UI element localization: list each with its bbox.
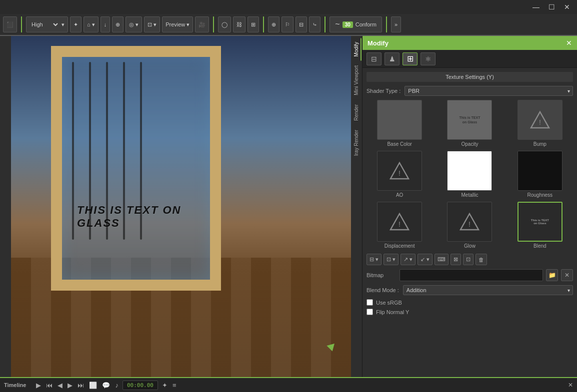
maximize-button[interactable]: ☐ [546, 2, 558, 12]
timeline-close-button[interactable]: ✕ [568, 382, 573, 389]
conform-button[interactable]: ~ 30 Conform [330, 16, 382, 32]
to-start-button[interactable]: ⏮ [45, 381, 54, 390]
frame-button[interactable]: ⊡ ▾ [144, 16, 160, 32]
tex-export-btn[interactable]: ↗ ▾ [400, 254, 416, 265]
mod-tab-atom[interactable]: ⚛ [420, 52, 436, 65]
mod-tab-person[interactable]: ♟ [384, 52, 400, 65]
glass-frame: THIS IS TEXT ON GLASS [51, 46, 221, 291]
timeline-settings-button[interactable]: ✦ [161, 381, 168, 390]
link-button[interactable]: ⤷ [309, 16, 320, 32]
keyboard-icon: ⌨ [438, 256, 446, 263]
next-frame-icon: ▶ [68, 382, 72, 389]
group-button[interactable]: ⊞ [248, 16, 259, 32]
flip-normal-label[interactable]: Flip Normal Y [376, 309, 409, 315]
table-button[interactable]: ⊟ [296, 16, 307, 32]
to-end-button[interactable]: ⏭ [76, 381, 85, 390]
glass-bar-1 [72, 62, 74, 240]
camera-spin-button[interactable]: ◎ ▾ [126, 16, 142, 32]
more-button[interactable]: » [391, 16, 401, 32]
shader-type-select[interactable]: PBR Plastic Metal Glass [404, 86, 573, 96]
table-icon: ⊟ [299, 21, 304, 28]
target-icon: ⊕ [272, 21, 276, 28]
screen-button[interactable]: ⬜ [88, 381, 98, 390]
use-srgb-label[interactable]: Use sRGB [376, 300, 402, 306]
chain-button[interactable]: ⛓ [233, 16, 246, 32]
checkers-icon: ⊞ [407, 54, 414, 63]
note-button[interactable]: ♪ [114, 381, 120, 390]
chat-icon: 💬 [102, 382, 110, 389]
prev-frame-button[interactable]: ◀ [56, 381, 64, 390]
close-button[interactable]: ✕ [561, 2, 573, 12]
group-icon: ⊞ [251, 21, 256, 28]
expand-icon: ⊠ [454, 256, 458, 263]
toolbar-sep-5 [386, 16, 387, 32]
timeline-menu-button[interactable]: ≡ [172, 381, 178, 390]
tex-export2-btn[interactable]: ↙ ▾ [418, 254, 432, 265]
tex-expand-btn[interactable]: ⊠ [450, 254, 461, 265]
blend-mode-row: Blend Mode : Normal Addition Multiply Sc… [366, 285, 573, 295]
texture-thumb-displacement[interactable]: ! [377, 202, 422, 242]
home-button[interactable]: ⌂ ▾ [84, 16, 98, 32]
conform-tilde-icon: ~ [335, 20, 340, 29]
texture-thumb-roughness[interactable] [518, 151, 562, 191]
tex-keyboard-btn[interactable]: ⌨ [434, 254, 448, 265]
next-frame-button[interactable]: ▶ [66, 381, 74, 390]
blend-mode-select[interactable]: Normal Addition Multiply Screen Overlay [403, 285, 573, 295]
preview-button[interactable]: Preview ▾ [162, 16, 193, 32]
tab-render[interactable]: Render [352, 100, 362, 125]
scene-button[interactable]: ⬛ [3, 16, 17, 32]
target-button[interactable]: ⊕ [268, 16, 280, 32]
texture-thumb-glow[interactable]: ! [447, 202, 492, 242]
texture-thumb-opacity[interactable]: This is TEXTon Glass [447, 100, 492, 140]
video-button[interactable]: 🎥 [195, 16, 209, 32]
viewport[interactable]: THIS IS TEXT ON GLASS [11, 36, 351, 377]
ao-label: AO [396, 192, 403, 198]
quality-arrow-icon: ▾ [62, 21, 64, 28]
timeline: Timeline ▶ ⏮ ◀ ▶ ⏭ ⬜ 💬 ♪ 00:00.00 ✦ ≡ [0, 377, 577, 392]
quality-select[interactable]: Low Medium High Ultra [30, 21, 60, 28]
svg-text:!: ! [398, 169, 400, 177]
crosshair-button[interactable]: ⊕ [112, 16, 124, 32]
shader-type-select-wrap: PBR Plastic Metal Glass [404, 86, 573, 96]
tab-mini-viewport[interactable]: Mini Viewport [352, 61, 362, 99]
more-icon: » [394, 21, 398, 27]
mod-tab-sliders[interactable]: ⊟ [366, 52, 382, 65]
tex-save-view2-btn[interactable]: ⊡ ▾ [384, 254, 398, 265]
use-srgb-checkbox[interactable] [366, 299, 373, 306]
texture-thumb-bump[interactable]: ! [518, 100, 562, 140]
flip-normal-checkbox[interactable] [366, 309, 373, 315]
down-arrow-button[interactable]: ↓ [100, 16, 110, 32]
modify-title: Modify [368, 39, 388, 47]
tex-shrink-btn[interactable]: ⊡ [463, 254, 474, 265]
mod-tab-checkers[interactable]: ⊞ [402, 52, 418, 65]
modify-close-button[interactable]: ✕ [566, 39, 572, 47]
quality-dropdown[interactable]: Low Medium High Ultra ▾ [26, 16, 68, 32]
sun-button[interactable]: ✦ [70, 16, 82, 32]
export2-arrow: ▾ [426, 256, 430, 263]
play-button[interactable]: ▶ [35, 381, 42, 390]
obj-button[interactable]: ◯ [218, 16, 231, 32]
base-color-label: Base Color [387, 141, 412, 147]
modify-header: Modify ✕ [362, 36, 577, 50]
bitmap-clear-btn[interactable]: ✕ [561, 269, 573, 281]
person-icon: ♟ [389, 55, 396, 63]
tex-delete-btn[interactable]: 🗑 [476, 254, 487, 265]
bitmap-browse-btn[interactable]: 📁 [546, 269, 558, 281]
chat-button[interactable]: 💬 [101, 381, 111, 390]
texture-thumb-ao[interactable]: ! [377, 151, 422, 191]
note-icon: ♪ [115, 382, 118, 389]
tex-save-view-btn[interactable]: ⊟ ▾ [366, 254, 382, 265]
screen-icon: ⬜ [89, 382, 97, 389]
flag-button[interactable]: ⚐ [282, 16, 294, 32]
texture-thumb-base-color[interactable] [377, 100, 422, 140]
titlebar: — ☐ ✕ [0, 0, 577, 14]
texture-grid: Base Color This is TEXTon Glass Opacity … [366, 100, 573, 249]
texture-cell-displacement: ! Displacement [366, 202, 432, 249]
texture-thumb-metallic[interactable] [447, 151, 492, 191]
minimize-button[interactable]: — [530, 2, 542, 12]
tab-iray-render[interactable]: Iray Render [352, 126, 362, 160]
texture-thumb-blend[interactable]: This is TEXTon Glass [518, 202, 562, 242]
bitmap-label: Bitmap [366, 272, 396, 278]
tab-modify[interactable]: Modify [352, 38, 362, 60]
scene-icon: ⬛ [6, 21, 14, 28]
